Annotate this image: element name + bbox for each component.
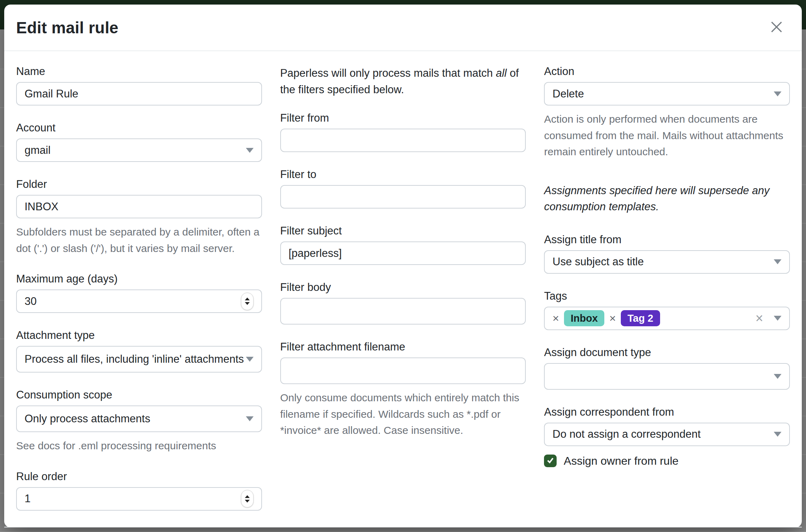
filter-filename-input[interactable] xyxy=(280,357,526,384)
rule-order-value: 1 xyxy=(25,492,31,505)
filter-from-input[interactable] xyxy=(280,129,526,152)
attachment-type-value: Process all files, including 'inline' at… xyxy=(25,353,244,366)
chevron-down-icon xyxy=(774,432,781,437)
chevron-down-icon xyxy=(246,416,254,421)
assign-title-label: Assign title from xyxy=(544,233,790,246)
chevron-down-icon xyxy=(774,259,781,264)
filter-subject-label: Filter subject xyxy=(280,225,526,237)
dialog-footer: Cancel Save xyxy=(4,527,802,532)
edit-mail-rule-dialog: Edit mail rule Name Gmail Rule Account xyxy=(4,5,802,527)
assign-doc-type-select[interactable] xyxy=(544,363,790,390)
filter-to-input[interactable] xyxy=(280,185,526,209)
column-actions: Action Delete Action is only performed w… xyxy=(544,65,790,527)
account-label: Account xyxy=(16,122,262,134)
name-value: Gmail Rule xyxy=(25,88,78,100)
clear-all-icon[interactable]: × xyxy=(755,312,763,325)
stepper-up-icon xyxy=(245,298,250,300)
folder-help: Subfolders must be separated by a delimi… xyxy=(16,224,262,257)
max-age-label: Maximum age (days) xyxy=(16,273,262,285)
tags-multiselect[interactable]: × Inbox × Tag 2 × xyxy=(544,307,790,330)
assign-owner-label: Assign owner from rule xyxy=(564,455,678,468)
stepper-down-icon xyxy=(245,302,250,305)
max-age-input[interactable]: 30 xyxy=(16,289,262,313)
assign-title-value: Use subject as title xyxy=(552,255,644,268)
name-label: Name xyxy=(16,65,262,78)
tag-chip-inbox: Inbox xyxy=(564,310,604,326)
tags-label: Tags xyxy=(544,290,790,302)
filter-subject-input[interactable]: [paperless] xyxy=(280,241,526,265)
chevron-down-icon xyxy=(246,357,254,362)
consumption-scope-value: Only process attachments xyxy=(25,412,150,425)
assign-doc-type-label: Assign document type xyxy=(544,346,790,359)
filters-intro: Paperless will only process mails that m… xyxy=(280,65,526,98)
chevron-down-icon xyxy=(774,374,781,379)
column-general: Name Gmail Rule Account gmail Folder I xyxy=(16,65,262,527)
consumption-scope-label: Consumption scope xyxy=(16,389,262,401)
attachment-type-label: Attachment type xyxy=(16,329,262,342)
filter-from-label: Filter from xyxy=(280,112,526,124)
name-input[interactable]: Gmail Rule xyxy=(16,82,262,105)
assign-correspondent-select[interactable]: Do not assign a correspondent xyxy=(544,423,790,446)
dialog-header: Edit mail rule xyxy=(4,5,802,51)
chevron-down-icon xyxy=(774,91,781,96)
filter-to-label: Filter to xyxy=(280,168,526,181)
number-stepper[interactable] xyxy=(241,293,254,310)
consumption-scope-help: See docs for .eml processing requirement… xyxy=(16,438,262,454)
folder-value: INBOX xyxy=(25,200,58,213)
action-help: Action is only performed when documents … xyxy=(544,111,790,160)
stepper-up-icon xyxy=(245,495,250,498)
assign-owner-row: Assign owner from rule xyxy=(544,455,790,468)
assign-title-select[interactable]: Use subject as title xyxy=(544,250,790,274)
assign-correspondent-value: Do not assign a correspondent xyxy=(552,428,700,441)
folder-input[interactable]: INBOX xyxy=(16,195,262,218)
chevron-down-icon xyxy=(774,316,781,321)
rule-order-input[interactable]: 1 xyxy=(16,487,262,511)
action-label: Action xyxy=(544,65,790,78)
filter-body-label: Filter body xyxy=(280,281,526,294)
tag-remove-icon[interactable]: × xyxy=(552,313,559,324)
action-select[interactable]: Delete xyxy=(544,82,790,105)
assign-correspondent-label: Assign correspondent from xyxy=(544,406,790,418)
filter-filename-help: Only consume documents which entirely ma… xyxy=(280,390,526,439)
account-value: gmail xyxy=(25,144,51,157)
folder-label: Folder xyxy=(16,178,262,191)
checkmark-icon xyxy=(546,456,554,465)
number-stepper[interactable] xyxy=(241,490,254,507)
assignments-note: Assignments specified here will supersed… xyxy=(544,183,790,215)
tag-remove-icon[interactable]: × xyxy=(609,313,616,324)
dialog-body: Name Gmail Rule Account gmail Folder I xyxy=(4,51,802,527)
tag-chip-tag2: Tag 2 xyxy=(621,310,660,326)
stepper-down-icon xyxy=(245,500,250,503)
chevron-down-icon xyxy=(246,148,254,153)
rule-order-label: Rule order xyxy=(16,470,262,483)
consumption-scope-select[interactable]: Only process attachments xyxy=(16,405,262,432)
page-backdrop: Edit mail rule Name Gmail Rule Account xyxy=(0,0,806,532)
action-value: Delete xyxy=(552,88,584,100)
close-button[interactable] xyxy=(767,18,786,37)
filter-filename-label: Filter attachment filename xyxy=(280,341,526,353)
account-select[interactable]: gmail xyxy=(16,138,262,162)
column-filters: Paperless will only process mails that m… xyxy=(280,65,526,527)
attachment-type-select[interactable]: Process all files, including 'inline' at… xyxy=(16,346,262,373)
close-icon xyxy=(770,20,784,35)
filter-body-input[interactable] xyxy=(280,298,526,325)
assign-owner-checkbox[interactable] xyxy=(544,455,557,467)
dialog-title: Edit mail rule xyxy=(16,18,119,37)
max-age-value: 30 xyxy=(25,295,36,308)
